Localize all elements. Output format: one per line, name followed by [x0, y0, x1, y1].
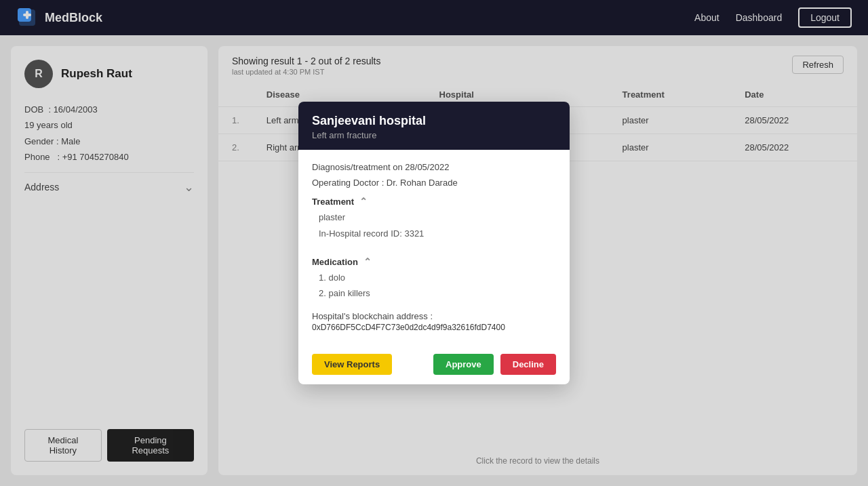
modal: Sanjeevani hospital Left arm fracture Di…	[298, 102, 570, 384]
blockchain-address: 0xD766DF5CcD4F7C73e0d2dc4d9f9a32616fdD74…	[312, 323, 556, 332]
treatment-label: Treatment	[312, 197, 354, 207]
doctor-row: Operating Doctor : Dr. Rohan Darade	[312, 178, 556, 188]
approve-button[interactable]: Approve	[433, 354, 494, 375]
doctor-label: Operating Doctor	[312, 178, 379, 188]
blockchain-label: Hospital's blockchain address :	[312, 311, 556, 321]
modal-body: Diagnosis/treatment on 28/05/2022 Operat…	[298, 150, 570, 344]
view-reports-button[interactable]: View Reports	[312, 354, 392, 375]
diagnosis-date-row: Diagnosis/treatment on 28/05/2022	[312, 162, 556, 172]
modal-action-buttons: Approve Decline	[433, 354, 556, 375]
modal-hospital-name: Sanjeevani hospital	[312, 114, 556, 128]
decline-button[interactable]: Decline	[500, 354, 556, 375]
blockchain-section: Hospital's blockchain address : 0xD766DF…	[312, 311, 556, 332]
modal-overlay[interactable]: Sanjeevani hospital Left arm fracture Di…	[0, 0, 868, 486]
chevron-up-icon: ⌃	[359, 196, 368, 207]
medication-item-1: 1. dolo	[319, 270, 556, 285]
modal-disease: Left arm fracture	[312, 130, 556, 140]
treatment-item-2: In-Hospital record ID: 3321	[319, 226, 556, 241]
diagnosis-date-value: 28/05/2022	[405, 162, 449, 172]
diagnosis-date-label: Diagnosis/treatment on	[312, 162, 403, 172]
medication-content: 1. dolo 2. pain killers	[319, 270, 556, 302]
treatment-section-title: Treatment ⌃	[312, 196, 556, 207]
modal-header: Sanjeevani hospital Left arm fracture	[298, 102, 570, 150]
medication-label: Medication	[312, 257, 358, 267]
medication-section-title: Medication ⌃	[312, 256, 556, 267]
treatment-content: plaster In-Hospital record ID: 3321	[319, 209, 556, 241]
doctor-name: Dr. Rohan Darade	[387, 178, 458, 188]
medication-item-2: 2. pain killers	[319, 285, 556, 301]
treatment-item-1: plaster	[319, 209, 556, 225]
modal-footer: View Reports Approve Decline	[298, 344, 570, 384]
chevron-up-icon-2: ⌃	[363, 256, 372, 267]
